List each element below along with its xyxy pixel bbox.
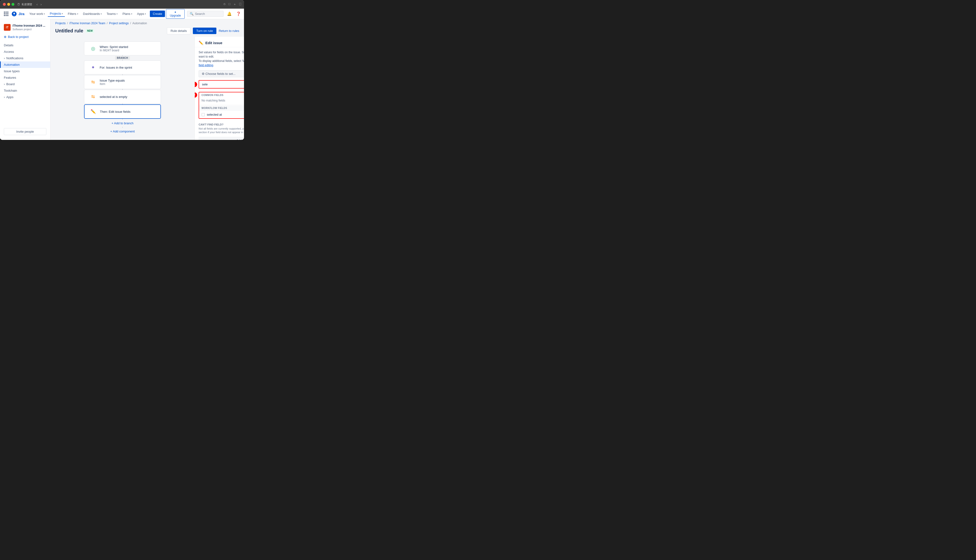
new-badge: NEW (86, 29, 94, 33)
field-search-input[interactable] (199, 80, 244, 88)
close-button[interactable] (3, 3, 6, 6)
header-actions: Rule details Turn on rule Return to rule… (167, 27, 239, 34)
page-title-area: Untitled rule NEW (55, 28, 94, 33)
board-label: Board (6, 82, 15, 86)
invite-button[interactable]: Invite people (4, 128, 46, 135)
nav-projects[interactable]: Projects ▾ (48, 11, 65, 17)
canvas-area: ◎ When: Sprint started In IM24T board BR… (50, 37, 244, 140)
breadcrumb-automation: Automation (132, 22, 147, 25)
board-chevron-icon: › (4, 82, 5, 86)
dashboards-label: Dashboards (83, 12, 100, 16)
apps-label: Apps (6, 95, 13, 99)
grid-icon[interactable] (4, 12, 8, 16)
top-navigation: Jira Your work ▾ Projects ▾ Filters ▾ Da… (0, 8, 244, 19)
rule-details-button[interactable]: Rule details (167, 27, 191, 34)
your-work-chevron: ▾ (44, 13, 45, 15)
choose-fields-button[interactable]: ⚙ Choose fields to set... (199, 70, 244, 77)
titlebar-title: 🗒 私密瀏覽 (17, 3, 32, 6)
sidebar-item-details[interactable]: Details (0, 42, 50, 48)
breadcrumb-project-settings[interactable]: Project settings (109, 22, 129, 25)
desc-text-2: To display additional fields, select 'Mo… (199, 59, 244, 63)
forward-button[interactable]: › (40, 2, 43, 7)
edit-panel: ✏️ Edit issue ⧉ 🗑 ? Set values for field… (194, 37, 244, 140)
selected-at-icon: ⇆ (89, 93, 97, 100)
nav-teams[interactable]: Teams ▾ (105, 11, 120, 17)
nav-filters[interactable]: Filters ▾ (66, 11, 80, 17)
issue-type-content: Issue Type equals Item (100, 79, 156, 86)
sidebar-item-toolchain[interactable]: Toolchain (0, 87, 50, 94)
sidebar-item-access[interactable]: Access (0, 48, 50, 55)
selected-at-checkbox[interactable] (202, 113, 205, 117)
selected-at-node[interactable]: ⇆ selected at is empty (84, 90, 161, 103)
titlebar: 🗒 私密瀏覽 ‹ › ⎋ □ ＋ ⎕ (0, 0, 244, 8)
return-to-rules-button[interactable]: Return to rules (219, 29, 239, 33)
breadcrumb-team[interactable]: iThome Ironman 2024 Team (69, 22, 105, 25)
sidebar-item-automation[interactable]: Automation (0, 62, 50, 68)
main-area: iT iThome Ironman 2024 ... Software proj… (0, 19, 244, 140)
sidebar-item-notifications[interactable]: › Notifications (0, 55, 50, 62)
nav-plans[interactable]: Plans ▾ (120, 11, 134, 17)
trigger-subtitle: In IM24T board (100, 49, 156, 52)
nav-dashboards[interactable]: Dashboards ▾ (81, 11, 104, 17)
notifications-label: Notifications (6, 57, 23, 60)
search-bar[interactable]: 🔍 Search (187, 11, 224, 17)
notifications-icon[interactable]: 🔔 (226, 10, 233, 17)
create-button[interactable]: Create (150, 10, 165, 17)
back-button[interactable]: ‹ (35, 2, 38, 7)
fullscreen-button[interactable] (12, 3, 14, 6)
add-button[interactable]: Add (199, 137, 244, 140)
add-component-button[interactable]: + Add component (107, 128, 138, 135)
cant-find-desc: Not all fields are currently supported, … (199, 127, 244, 134)
edit-panel-title: Edit issue (206, 41, 244, 45)
projects-chevron: ▾ (62, 12, 63, 15)
trigger-node-content: When: Sprint started In IM24T board (100, 45, 156, 52)
edit-issue-content: Then: Edit issue fields (100, 110, 155, 113)
help-icon[interactable]: ❓ (235, 10, 242, 17)
nav-your-work[interactable]: Your work ▾ (27, 11, 47, 17)
jira-logo[interactable]: Jira (11, 11, 25, 17)
for-issues-content: For: Issues in the sprint (100, 66, 156, 69)
edit-panel-icon: ✏️ (199, 40, 204, 45)
bookmark-icon: □ (228, 2, 230, 7)
plus-icon: ＋ (233, 2, 236, 7)
step-badge-1: 1 (194, 82, 197, 87)
minimize-button[interactable] (7, 3, 10, 6)
brand-label: Jira (18, 12, 25, 16)
trigger-node[interactable]: ◎ When: Sprint started In IM24T board (84, 42, 161, 55)
branch-icon: ⁕ (89, 63, 97, 71)
teams-label: Teams (107, 12, 116, 16)
breadcrumb: Projects / iThome Ironman 2024 Team / Pr… (50, 19, 244, 25)
no-matching-fields: No matching fields (199, 98, 244, 104)
project-icon: iT (4, 24, 10, 31)
selected-at-option[interactable]: selected at (199, 111, 244, 118)
project-name: iThome Ironman 2024 ... (12, 24, 45, 28)
turn-on-button[interactable]: Turn on rule (193, 28, 216, 34)
breadcrumb-projects[interactable]: Projects (55, 22, 65, 25)
add-to-branch-button[interactable]: + Add to branch (108, 120, 137, 127)
sidebar-item-features[interactable]: Features (0, 74, 50, 81)
edit-panel-description: Set values for fields on the issue. Simp… (195, 47, 244, 70)
sidebar-back[interactable]: ⊕ Back to project (0, 33, 50, 40)
page-header: Untitled rule NEW Rule details Turn on r… (50, 25, 244, 37)
plans-chevron: ▾ (131, 13, 132, 15)
sidebar-item-board[interactable]: › Board (0, 81, 50, 87)
for-issues-node[interactable]: ⁕ For: Issues in the sprint (84, 60, 161, 74)
titlebar-nav: ‹ › (35, 2, 42, 7)
back-icon: ⊕ (4, 35, 7, 38)
sidebar-invite: Invite people (0, 126, 50, 137)
filters-label: Filters (68, 12, 76, 16)
sidebar-toggle-icon: ⎕ (239, 2, 241, 7)
issue-type-node[interactable]: ⇆ Issue Type equals Item (84, 75, 161, 89)
search-icon: 🔍 (190, 12, 194, 16)
titlebar-right: ⎋ □ ＋ ⎕ (224, 2, 241, 7)
plans-label: Plans (122, 12, 130, 16)
search-placeholder: Search (195, 12, 205, 16)
sidebar-item-issue-types[interactable]: Issue types (0, 68, 50, 74)
access-label: Access (4, 50, 14, 53)
upgrade-button[interactable]: ✦ Upgrade (166, 9, 185, 19)
sidebar-item-apps[interactable]: › Apps (0, 94, 50, 100)
edit-issue-node[interactable]: ✏️ Then: Edit issue fields (84, 104, 161, 119)
dashboards-chevron: ▾ (100, 13, 102, 15)
nav-apps[interactable]: Apps ▾ (135, 11, 148, 17)
cant-find-title: CAN'T FIND FIELD? (199, 122, 244, 127)
